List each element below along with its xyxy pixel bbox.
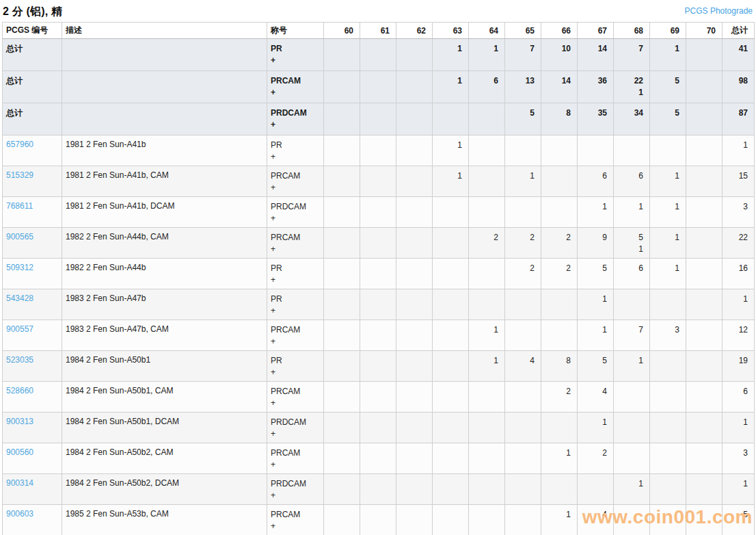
pcgs-number-link[interactable]: 543428 [6, 293, 33, 303]
grade-plus-value [581, 182, 607, 194]
grade-61-cell [360, 413, 396, 443]
header-row: PCGS 编号 描述 称号 6061626364656667686970总计 [3, 23, 755, 39]
grade-68-cell: 34 [614, 103, 650, 135]
grade-63-cell [433, 289, 469, 320]
grade-value [364, 201, 390, 213]
grade-value [400, 293, 426, 305]
pcgs-number-cell: 900313 [3, 413, 62, 443]
pcgs-number-link[interactable]: 528660 [6, 386, 33, 395]
pcgs-number-link[interactable]: 900560 [6, 447, 33, 457]
grade-value [327, 447, 353, 459]
pcgs-number-link[interactable]: 657960 [6, 140, 33, 149]
grade-value: 2 [509, 232, 535, 244]
grade-value [581, 140, 607, 151]
grade-plus-value [617, 182, 643, 194]
grade-plus-value [400, 490, 426, 501]
pcgs-number-link[interactable]: 900565 [6, 232, 33, 242]
grade-value [364, 107, 390, 119]
grade-value: 1 [545, 509, 571, 521]
grade-plus-value [581, 521, 607, 532]
grade-plus-value [545, 459, 571, 471]
grade-value: 4 [581, 509, 607, 521]
table-row: 9005651982 2 Fen Sun-A44b, CAMPRCAM+2229… [3, 228, 755, 259]
pcgs-number-link[interactable]: 523035 [6, 355, 33, 365]
population-report-page: 2 分 (铝), 精 PCGS Photograde PCGS 编号 描述 称号… [0, 0, 756, 535]
pcgs-number-link[interactable]: 509312 [6, 263, 33, 272]
designation-plus: + [271, 87, 320, 99]
grade-61-cell [360, 320, 396, 351]
total-value: 98 [726, 75, 748, 87]
grade-value [364, 447, 390, 459]
designation-cell: PR+ [267, 135, 324, 166]
designation-label: PR [271, 293, 320, 305]
total-value: 1 [726, 140, 748, 151]
grade-64-cell [469, 103, 505, 135]
grade-plus-value [545, 490, 571, 501]
grade-value [545, 293, 571, 305]
grade-plus-value [436, 367, 462, 378]
grade-plus-value [581, 336, 607, 348]
pcgs-number-link[interactable]: 900557 [6, 324, 33, 334]
grade-value [327, 75, 353, 87]
grade-60-cell [324, 71, 360, 103]
grade-value [690, 324, 716, 336]
grade-plus-value [364, 119, 390, 131]
grade-61-cell [360, 135, 396, 166]
grade-plus-value [545, 305, 571, 317]
grade-value [400, 509, 426, 521]
header-description: 描述 [62, 23, 267, 39]
grade-value [545, 417, 571, 428]
grade-value [472, 107, 498, 119]
grade-62-cell [396, 103, 433, 135]
grade-plus-value [690, 151, 716, 163]
grade-plus-value [364, 213, 390, 224]
grade-value [509, 478, 535, 490]
grade-plus-value [472, 87, 498, 99]
grade-plus-value [472, 213, 498, 224]
grade-value [364, 386, 390, 397]
pcgs-number-link[interactable]: 900314 [6, 478, 33, 488]
pcgs-number-link[interactable]: 900313 [6, 417, 33, 426]
grade-65-cell: 2 [505, 259, 541, 289]
photograde-link[interactable]: PCGS Photograde [685, 6, 753, 16]
grade-value: 1 [436, 43, 462, 55]
pcgs-number-link[interactable]: 515329 [6, 170, 33, 180]
grade-plus-value [617, 151, 643, 163]
total-value: 87 [726, 107, 748, 119]
grade-plus-value [436, 55, 462, 66]
grade-65-cell: 13 [505, 71, 541, 103]
designation-plus: + [271, 182, 320, 194]
grade-plus-value [509, 244, 535, 255]
designation-cell: PRCAM+ [267, 71, 324, 103]
grade-plus-value [472, 182, 498, 194]
grade-60-cell [324, 413, 360, 443]
grade-plus-value [509, 336, 535, 348]
grade-67-cell: 35 [578, 103, 614, 135]
grade-66-cell: 1 [541, 443, 578, 474]
grade-68-cell: 1 [614, 474, 650, 505]
pcgs-number-link[interactable]: 900603 [6, 509, 33, 519]
grade-value: 1 [581, 324, 607, 336]
grade-70-cell [686, 382, 723, 413]
grade-value: 14 [545, 75, 571, 87]
grade-64-cell [469, 166, 505, 197]
grade-65-cell [505, 413, 541, 443]
grade-value [690, 140, 716, 151]
grade-plus-value [472, 119, 498, 131]
pcgs-number-link[interactable]: 768611 [6, 201, 33, 211]
grade-plus-value [400, 428, 426, 440]
grade-70-cell [686, 71, 723, 103]
grade-value: 1 [436, 75, 462, 87]
grade-plus-value [690, 521, 716, 532]
grade-70-cell [686, 505, 723, 535]
pcgs-number-cell: 900603 [3, 505, 62, 535]
grade-70-cell [686, 103, 723, 135]
grade-value [364, 232, 390, 244]
grade-plus-value [581, 490, 607, 501]
grade-70-cell [686, 351, 723, 382]
grade-value [545, 324, 571, 336]
grade-64-cell: 1 [469, 351, 505, 382]
grade-69-cell: 1 [650, 259, 686, 289]
total-cell: 12 [723, 320, 755, 351]
grade-value [472, 386, 498, 397]
